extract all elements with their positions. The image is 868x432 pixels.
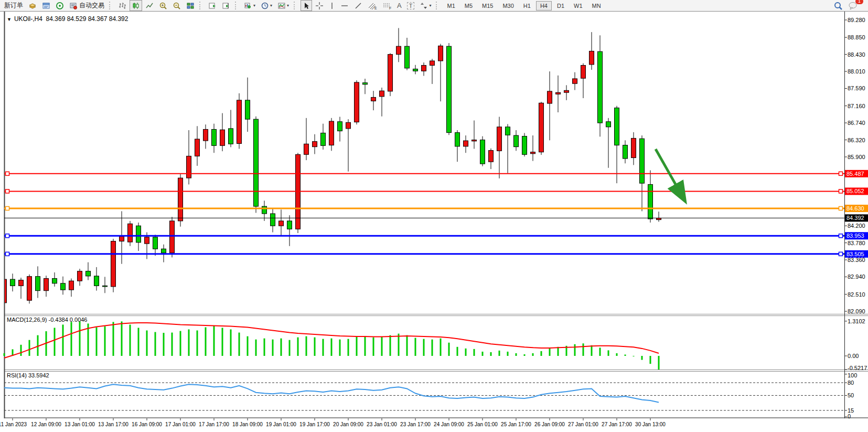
candle	[111, 241, 116, 287]
time-axis-label: 16 Jan 09:00	[132, 422, 162, 427]
candle	[606, 122, 611, 127]
trend-arrow[interactable]	[656, 149, 684, 200]
line-anchor[interactable]	[839, 206, 843, 210]
candle	[422, 65, 426, 71]
candle	[598, 51, 603, 123]
candle	[455, 133, 460, 146]
candle	[413, 69, 418, 71]
line-anchor[interactable]	[6, 172, 9, 175]
candle	[153, 237, 158, 249]
rsi-pane: 1008050150	[4, 372, 857, 419]
candle	[254, 119, 259, 206]
price-axis-label: 82.510	[848, 291, 865, 298]
candle	[489, 151, 494, 162]
candle	[120, 236, 124, 241]
candle	[657, 218, 661, 220]
line-anchor[interactable]	[6, 234, 9, 238]
candle	[329, 121, 334, 145]
macd-label: MACD(12,26,9) -0.4384 0.0046	[7, 317, 87, 323]
candle	[581, 65, 586, 78]
candle	[220, 130, 225, 145]
candle	[212, 129, 217, 145]
price-axis-label: 82.940	[848, 273, 865, 280]
candle	[203, 129, 208, 141]
candle	[103, 286, 108, 287]
rsi-axis-label: 100	[848, 372, 857, 378]
price-line-badge-value: 85.052	[846, 188, 864, 194]
candle	[10, 279, 15, 286]
candle	[229, 129, 233, 144]
candle	[363, 83, 368, 85]
price-line-badge-value: 84.630	[846, 205, 864, 212]
candle	[615, 108, 619, 145]
price-axis-label: 86.320	[848, 137, 865, 143]
price-axis-label: 88.430	[848, 51, 865, 58]
candle	[405, 46, 410, 68]
candle	[271, 214, 275, 226]
candle	[397, 46, 401, 54]
candle	[44, 279, 49, 291]
candles	[2, 28, 661, 310]
candle	[195, 139, 200, 156]
rsi-axis-label: 0	[848, 413, 851, 419]
candle	[279, 221, 284, 226]
time-axis-label: 19 Jan 01:00	[266, 422, 296, 427]
candle	[94, 276, 99, 286]
price-axis-label: 82.090	[848, 308, 865, 314]
time-axis-label: 24 Jan 09:00	[434, 422, 464, 427]
candle	[313, 142, 317, 147]
rsi-label: RSI(14) 33.5942	[7, 372, 49, 378]
line-anchor[interactable]	[839, 172, 843, 175]
macd-axis-label: 1.3102	[848, 318, 865, 324]
chart-symbol-label: UKOil-,H4	[14, 15, 42, 23]
candle	[321, 133, 326, 145]
chart-canvas[interactable]: 85.48785.05284.63084.39283.95383.50589.2…	[0, 0, 868, 432]
candle	[237, 100, 242, 144]
time-axis-label: 13 Jan 01:00	[65, 422, 95, 427]
candle	[447, 46, 452, 132]
candle	[548, 91, 552, 103]
candle	[506, 127, 510, 135]
time-axis-label: 25 Jan 01:00	[467, 422, 498, 427]
candle	[262, 206, 267, 214]
time-axis-label: 11 Jan 2023	[0, 422, 27, 427]
time-axis-label: 26 Jan 09:00	[534, 422, 565, 427]
candle	[514, 135, 519, 147]
candle	[564, 90, 569, 92]
candle	[531, 152, 535, 154]
price-axis-label: 87.160	[848, 103, 865, 109]
chart-dropdown-icon[interactable]: ▼	[7, 17, 12, 22]
time-axis-label: 20 Jan 09:00	[333, 422, 363, 427]
time-axis-label: 12 Jan 09:00	[31, 422, 61, 427]
price-axis-label: 88.850	[848, 34, 865, 40]
time-axis-label: 17 Jan 17:00	[199, 422, 229, 427]
candle	[380, 91, 384, 97]
line-anchor[interactable]	[6, 206, 9, 210]
time-axis-label: 27 Jan 01:00	[568, 422, 598, 427]
line-anchor[interactable]	[6, 189, 9, 193]
line-anchor[interactable]	[839, 189, 843, 193]
line-anchor[interactable]	[6, 252, 9, 256]
candle	[178, 178, 183, 221]
candle	[631, 138, 636, 157]
chart-title: ▼UKOil-,H4 84.369 84.529 84.367 84.392	[7, 15, 128, 23]
rsi-axis-label: 80	[848, 380, 854, 386]
candle	[497, 127, 502, 151]
candle	[145, 237, 149, 244]
line-anchor[interactable]	[839, 252, 843, 256]
price-axis-label: 87.590	[848, 85, 865, 91]
candle	[522, 136, 527, 155]
candle	[304, 144, 309, 154]
candle	[27, 277, 32, 301]
time-axis-label: 27 Jan 17:00	[602, 422, 632, 427]
price-axis-label: 84.200	[848, 223, 865, 229]
line-anchor[interactable]	[839, 234, 843, 238]
candle	[480, 140, 485, 164]
candle	[245, 100, 250, 119]
candle	[287, 221, 292, 229]
candle	[162, 249, 166, 253]
rsi-axis-label: 50	[848, 392, 854, 398]
candle	[430, 61, 435, 65]
time-axis-label: 25 Jan 17:00	[501, 422, 531, 427]
candle	[355, 82, 359, 122]
